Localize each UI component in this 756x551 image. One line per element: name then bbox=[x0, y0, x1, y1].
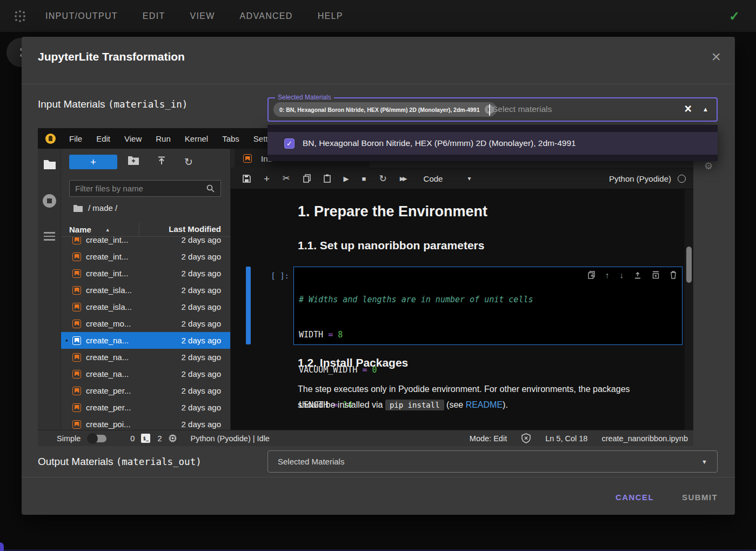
file-row[interactable]: create_per...2 days ago bbox=[61, 382, 230, 399]
file-row[interactable]: create_isla...2 days ago bbox=[61, 282, 230, 298]
jupyter-statusbar: Simple 0 $_ 2 Python (Pyodide) | Idle Mo… bbox=[38, 430, 693, 446]
run-cell-icon[interactable]: ▶ bbox=[344, 175, 349, 182]
jupyter-sidebar-rail bbox=[38, 149, 61, 430]
jupyter-menu-edit[interactable]: Edit bbox=[89, 134, 117, 143]
move-cell-down-icon[interactable]: ↓ bbox=[620, 271, 624, 279]
header-divider bbox=[22, 84, 735, 84]
shield-x-icon[interactable] bbox=[521, 433, 531, 443]
kernel-status-icon[interactable] bbox=[678, 175, 686, 183]
breadcrumb-path: / made / bbox=[88, 203, 117, 213]
menu-view[interactable]: VIEW bbox=[190, 11, 215, 21]
output-materials-select[interactable]: Selected Materials ▼ bbox=[267, 450, 718, 473]
menu-edit[interactable]: EDIT bbox=[143, 11, 165, 21]
breadcrumb[interactable]: / made / bbox=[73, 203, 117, 213]
stop-kernel-icon[interactable]: ■ bbox=[362, 175, 366, 182]
table-of-contents-icon[interactable] bbox=[44, 232, 55, 241]
file-row[interactable]: create_int...2 days ago bbox=[61, 265, 230, 282]
simple-mode-toggle[interactable] bbox=[88, 435, 106, 442]
inline-code: pip install bbox=[385, 400, 444, 410]
apps-grid-icon[interactable] bbox=[13, 9, 27, 23]
restart-kernel-icon[interactable]: ↻ bbox=[379, 174, 386, 183]
screen: INPUT/OUTPUT EDIT VIEW ADVANCED HELP ✓ J… bbox=[0, 0, 756, 551]
new-folder-icon[interactable] bbox=[128, 156, 139, 165]
jupyterlite-logo-icon bbox=[45, 134, 56, 144]
copy-cells-icon[interactable] bbox=[303, 174, 311, 183]
chevron-down-icon[interactable]: ▾ bbox=[467, 175, 471, 182]
cell-collapser[interactable] bbox=[246, 267, 251, 344]
file-row[interactable]: create_na...2 days ago bbox=[61, 366, 230, 382]
close-icon[interactable]: × bbox=[711, 49, 721, 65]
search-icon bbox=[206, 184, 215, 193]
jupyter-menu-file[interactable]: File bbox=[62, 134, 89, 143]
scrollbar-thumb[interactable] bbox=[686, 247, 692, 283]
notebook-icon bbox=[72, 353, 81, 362]
code-cell[interactable]: # Widths and lengths are in number of un… bbox=[293, 267, 683, 345]
jupyter-menu: File Edit View Run Kernel Tabs Sett bbox=[62, 134, 275, 143]
sort-ascending-icon: ▲ bbox=[105, 227, 110, 233]
file-row[interactable]: create_isla...2 days ago bbox=[61, 298, 230, 315]
jupyter-menu-run[interactable]: Run bbox=[149, 134, 178, 143]
name-header-label: Name bbox=[69, 225, 91, 234]
check-icon[interactable]: ✓ bbox=[729, 9, 740, 24]
insert-cell-below-icon[interactable] bbox=[652, 271, 660, 279]
notebook-scrollbar[interactable] bbox=[685, 189, 693, 430]
collapse-dropdown-icon[interactable]: ▲ bbox=[703, 106, 708, 112]
jupyter-menu-tabs[interactable]: Tabs bbox=[215, 134, 246, 143]
filter-files-input[interactable] bbox=[69, 180, 221, 197]
readme-link[interactable]: README bbox=[466, 400, 503, 409]
file-row[interactable]: create_int...2 days ago bbox=[61, 248, 230, 265]
menu-help[interactable]: HELP bbox=[318, 11, 343, 21]
file-row[interactable]: create_na...2 days ago bbox=[61, 349, 230, 366]
file-list-header: Name ▲ Last Modified bbox=[61, 223, 230, 237]
save-icon[interactable] bbox=[243, 175, 251, 183]
kernels-count[interactable]: 2 bbox=[157, 434, 162, 443]
notebook-icon bbox=[72, 387, 81, 395]
menu-input-output[interactable]: INPUT/OUTPUT bbox=[45, 11, 118, 21]
insert-cell-above-icon[interactable] bbox=[634, 271, 641, 279]
name-column-header[interactable]: Name ▲ bbox=[61, 223, 139, 236]
jupyter-menu-kernel[interactable]: Kernel bbox=[178, 134, 215, 143]
kernel-status-text[interactable]: Python (Pyodide) | Idle bbox=[190, 434, 269, 443]
selected-materials-combobox[interactable]: Selected Materials 0: BN, Hexagonal Boro… bbox=[267, 97, 718, 122]
material-chip[interactable]: 0: BN, Hexagonal Boron Nitride, HEX (P6/… bbox=[273, 102, 497, 117]
jupyter-menu-view[interactable]: View bbox=[117, 134, 149, 143]
menu-advanced[interactable]: ADVANCED bbox=[240, 11, 293, 21]
cell-prompt: [ ]: bbox=[262, 271, 289, 280]
file-row[interactable]: create_per...2 days ago bbox=[61, 399, 230, 416]
notebook-paragraph: The step executes only in Pyodide enviro… bbox=[298, 382, 633, 413]
cancel-button[interactable]: CANCEL bbox=[615, 488, 654, 506]
file-row[interactable]: create_poi...2 days ago bbox=[61, 416, 230, 430]
simple-mode-label: Simple bbox=[57, 434, 81, 443]
running-sessions-icon[interactable] bbox=[43, 194, 56, 208]
new-launcher-button[interactable]: + bbox=[69, 155, 117, 169]
file-row[interactable]: create_int...2 days ago bbox=[61, 237, 230, 248]
modified-column-header[interactable]: Last Modified bbox=[139, 223, 230, 236]
notebook-icon bbox=[72, 253, 81, 261]
active-filename[interactable]: create_nanoribbon.ipynb bbox=[601, 434, 688, 443]
mode-indicator[interactable]: Mode: Edit bbox=[470, 434, 507, 443]
file-row[interactable]: create_mo...2 days ago bbox=[61, 315, 230, 332]
clear-selection-icon[interactable]: × bbox=[685, 102, 692, 116]
file-row-selected[interactable]: ●create_na...2 days ago bbox=[61, 332, 230, 349]
unsaved-dot-icon: ● bbox=[65, 338, 68, 343]
kernel-name-button[interactable]: Python (Pyodide) bbox=[609, 174, 671, 183]
terminals-count[interactable]: 0 bbox=[130, 434, 135, 443]
add-cell-icon[interactable]: + bbox=[264, 174, 270, 184]
cursor-position[interactable]: Ln 5, Col 18 bbox=[545, 434, 587, 443]
material-option[interactable]: ✓ BN, Hexagonal Boron Nitride, HEX (P6/m… bbox=[267, 132, 718, 155]
cell-type-select[interactable]: Code bbox=[424, 174, 443, 183]
duplicate-cell-icon[interactable] bbox=[588, 271, 595, 279]
check-icon: ✓ bbox=[286, 140, 292, 148]
gear-icon[interactable]: ⚙ bbox=[704, 160, 713, 172]
file-browser-icon[interactable] bbox=[43, 159, 56, 170]
move-cell-up-icon[interactable]: ↑ bbox=[605, 271, 610, 279]
submit-button[interactable]: SUBMIT bbox=[682, 488, 718, 506]
jupyterlite-widget: File Edit View Run Kernel Tabs Sett bbox=[38, 128, 693, 446]
paste-cells-icon[interactable] bbox=[324, 174, 331, 183]
checkbox-checked-icon[interactable]: ✓ bbox=[284, 138, 295, 149]
cut-cells-icon[interactable]: ✂ bbox=[283, 174, 290, 183]
refresh-icon[interactable]: ↻ bbox=[184, 156, 193, 168]
upload-icon[interactable] bbox=[157, 156, 166, 165]
delete-cell-icon[interactable] bbox=[670, 271, 677, 279]
restart-run-all-icon[interactable]: ▶▶ bbox=[400, 176, 407, 182]
